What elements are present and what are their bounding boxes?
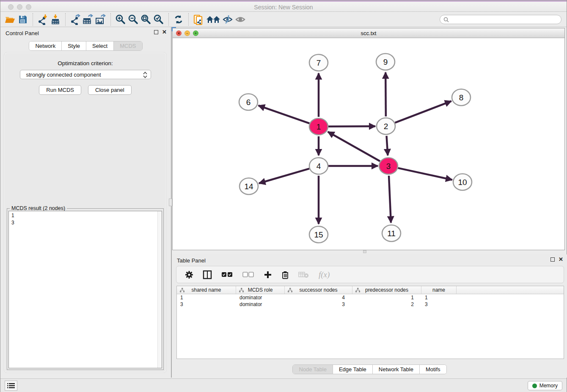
table-cell[interactable]: 1 <box>352 294 421 301</box>
result-scrollbar[interactable] <box>157 211 162 368</box>
node-14[interactable]: 14 <box>239 178 258 195</box>
edge-3-1[interactable] <box>328 132 380 161</box>
save-icon <box>18 14 28 25</box>
tab-edge-table[interactable]: Edge Table <box>333 365 373 374</box>
column-header-predecessor-nodes[interactable]: predecessor nodes <box>352 286 421 294</box>
node-label: 4 <box>317 162 321 171</box>
node-15[interactable]: 15 <box>309 226 328 243</box>
horizontal-splitter-grip[interactable] <box>363 250 366 253</box>
status-bar: Memory <box>0 378 567 392</box>
task-history-button[interactable] <box>5 381 17 391</box>
zoom-selected-icon <box>153 14 164 25</box>
memory-status-dot <box>532 384 537 388</box>
tab-style[interactable]: Style <box>62 41 86 50</box>
table-cell[interactable]: 3 <box>285 301 352 308</box>
eye-slash-icon <box>222 14 234 25</box>
table-cell[interactable]: 2 <box>352 301 421 308</box>
node-8[interactable]: 8 <box>452 89 471 106</box>
vertical-splitter-grip[interactable] <box>169 199 172 206</box>
edge-3-10[interactable] <box>398 168 452 180</box>
node-1[interactable]: 1 <box>309 119 328 135</box>
network-title: scc.txt <box>173 30 564 36</box>
function-builder-icon[interactable]: f(x) <box>319 270 330 279</box>
application-window: Session: New Session <box>0 0 567 392</box>
tab-mcds[interactable]: MCDS <box>114 41 142 50</box>
search-input[interactable] <box>451 17 561 22</box>
close-panel-icon[interactable]: ✕ <box>162 30 167 34</box>
zoom-fit-icon <box>140 14 151 25</box>
zoom-out-button[interactable] <box>127 14 140 25</box>
tab-network[interactable]: Network <box>29 41 62 50</box>
save-session-button[interactable] <box>17 14 29 25</box>
node-11[interactable]: 11 <box>382 225 401 242</box>
mcds-result-text[interactable]: 1 3 <box>8 211 162 368</box>
export-network-button[interactable] <box>69 14 82 25</box>
home-view-button[interactable] <box>205 14 222 25</box>
criterion-dropdown[interactable]: strongly connected component <box>20 70 151 79</box>
node-7[interactable]: 7 <box>309 55 328 71</box>
refresh-icon <box>173 14 184 25</box>
column-header-successor-nodes[interactable]: successor nodes <box>285 286 352 294</box>
import-network-button[interactable] <box>36 14 49 25</box>
close-table-panel-icon[interactable]: ✕ <box>559 257 563 262</box>
clone-network-button[interactable] <box>192 14 205 25</box>
edge-2-8[interactable] <box>395 101 451 123</box>
table-cell[interactable]: 1 <box>177 294 236 301</box>
float-table-panel-icon[interactable] <box>550 257 555 262</box>
node-6[interactable]: 6 <box>239 94 258 110</box>
table-cell[interactable]: 3 <box>177 301 236 308</box>
column-header-name[interactable]: name <box>421 286 457 294</box>
run-mcds-button[interactable]: Run MCDS <box>39 85 81 95</box>
zoom-fit-button[interactable] <box>140 14 152 25</box>
edge-1-6[interactable] <box>259 105 310 123</box>
node-9[interactable]: 9 <box>376 54 395 70</box>
zoom-in-button[interactable] <box>114 14 127 25</box>
export-image-button[interactable] <box>94 14 107 25</box>
delete-column-icon[interactable] <box>281 271 289 279</box>
network-canvas[interactable]: 7968124314101511 <box>173 38 564 250</box>
open-file-button[interactable] <box>4 14 17 25</box>
table-body: 1dominator4113dominator323 <box>177 294 564 308</box>
select-all-icon[interactable] <box>221 272 233 278</box>
search-field[interactable] <box>440 15 561 24</box>
tab-motifs[interactable]: Motifs <box>420 365 446 374</box>
node-2[interactable]: 2 <box>377 118 395 135</box>
memory-button[interactable]: Memory <box>528 381 562 390</box>
node-10[interactable]: 10 <box>453 174 472 190</box>
edge-2-3[interactable] <box>386 136 388 155</box>
apply-layout-button[interactable] <box>172 14 185 25</box>
node-4[interactable]: 4 <box>309 158 328 174</box>
export-table-button[interactable] <box>82 14 94 25</box>
table-row[interactable]: 1dominator411 <box>177 294 564 301</box>
deselect-all-icon[interactable] <box>242 272 254 278</box>
table-row[interactable]: 3dominator323 <box>177 301 564 308</box>
control-panel-title: Control Panel <box>6 30 39 36</box>
show-hidden-button[interactable] <box>234 14 247 25</box>
edge-4-14[interactable] <box>259 168 309 183</box>
gear-icon[interactable] <box>185 271 193 279</box>
edge-1-2[interactable] <box>328 126 375 127</box>
close-panel-button[interactable]: Close panel <box>88 85 132 95</box>
edge-3-11[interactable] <box>389 176 391 223</box>
node-label: 3 <box>386 162 391 171</box>
table-cell[interactable]: 4 <box>285 294 352 301</box>
import-table-button[interactable] <box>49 14 62 25</box>
column-header-MCDS-role[interactable]: MCDS role <box>236 286 285 294</box>
tab-node-table[interactable]: Node Table <box>293 365 333 374</box>
zoom-selected-button[interactable] <box>152 14 165 25</box>
delete-table-icon[interactable] <box>298 271 309 278</box>
table-cell[interactable]: 3 <box>421 301 457 308</box>
tab-network-table[interactable]: Network Table <box>373 365 420 374</box>
tab-select[interactable]: Select <box>86 41 114 50</box>
edge-2-9[interactable] <box>385 72 386 116</box>
table-cell[interactable]: dominator <box>236 294 285 301</box>
hide-selected-button[interactable] <box>222 14 234 25</box>
column-header-shared-name[interactable]: shared name <box>177 286 236 294</box>
columns-icon[interactable] <box>203 270 212 279</box>
table-cell[interactable]: 1 <box>421 294 457 301</box>
network-frame-titlebar[interactable]: ✕ − + scc.txt <box>173 28 564 38</box>
float-panel-icon[interactable] <box>154 30 158 34</box>
table-cell[interactable]: dominator <box>236 301 285 308</box>
node-3[interactable]: 3 <box>379 158 398 174</box>
add-column-icon[interactable] <box>264 271 272 279</box>
